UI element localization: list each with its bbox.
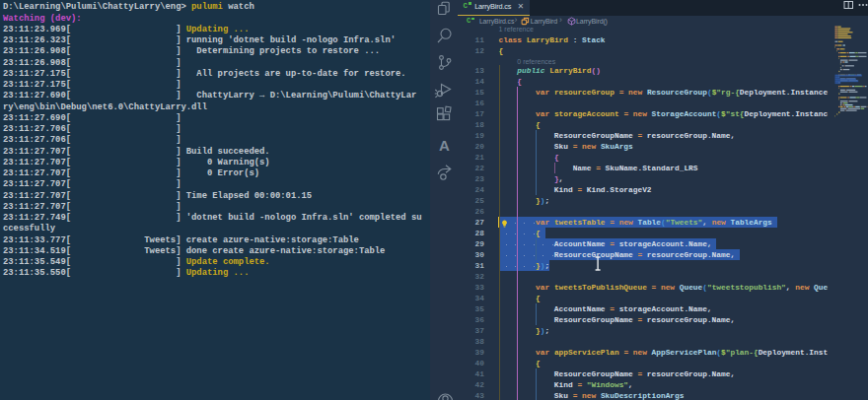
svg-text:A: A	[439, 137, 450, 154]
